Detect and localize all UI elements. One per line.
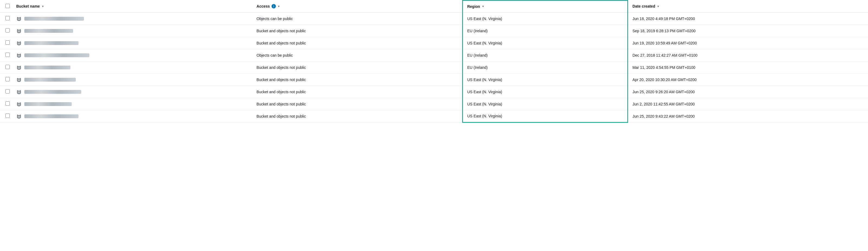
bucket-name-sort-icon[interactable]: ▼ [41,5,44,8]
bucket-name-cell [12,110,252,122]
access-info-icon[interactable]: i [272,4,276,8]
date-value: Sep 18, 2019 6:28:13 PM GMT+0200 [632,29,695,33]
select-all-checkbox[interactable] [5,4,10,8]
date-cell: Jun 25, 2020 9:26:20 AM GMT+0200 [627,86,868,98]
bucket-name-cell [12,37,252,49]
access-cell: Objects can be public [252,49,463,61]
region-value: EU (Ireland) [467,53,488,57]
row-checkbox[interactable] [5,65,10,69]
bucket-name-text [24,41,79,45]
region-cell: EU (Ireland) [462,49,627,61]
access-header[interactable]: Access i ▼ [252,1,463,12]
access-value: Bucket and objects not public [257,78,306,82]
region-cell: EU (Ireland) [462,61,627,74]
row-checkbox[interactable] [5,77,10,81]
date-value: Apr 20, 2020 10:30:20 AM GMT+0200 [632,78,696,82]
bucket-name-cell [12,25,252,37]
table-row: Bucket and objects not public US East (N… [0,74,868,86]
bucket-icon [16,40,22,46]
access-cell: Bucket and objects not public [252,86,463,98]
row-checkbox[interactable] [5,16,10,20]
region-value: EU (Ireland) [467,29,488,33]
select-all-header [0,1,12,12]
region-cell: US East (N. Virginia) [462,86,627,98]
access-cell: Bucket and objects not public [252,37,463,49]
bucket-name-text [24,65,70,69]
region-header[interactable]: Region ▼ [462,1,627,12]
region-cell: US East (N. Virginia) [462,98,627,110]
row-checkbox[interactable] [5,89,10,93]
bucket-name-text [24,53,89,57]
region-value: US East (N. Virginia) [467,90,502,94]
row-checkbox[interactable] [5,53,10,57]
bucket-name-label: Bucket name [16,4,40,8]
row-checkbox[interactable] [5,114,10,118]
row-checkbox-cell [0,25,12,37]
row-checkbox[interactable] [5,28,10,32]
region-value: US East (N. Virginia) [467,114,502,118]
bucket-name-text [24,29,73,33]
date-cell: Jun 25, 2020 9:43:22 AM GMT+0200 [627,110,868,122]
access-cell: Bucket and objects not public [252,110,463,122]
date-value: Jun 18, 2020 4:49:18 PM GMT+0200 [632,17,695,21]
bucket-name-cell [12,86,252,98]
table-row: Bucket and objects not public US East (N… [0,110,868,122]
date-value: Jun 25, 2020 9:26:20 AM GMT+0200 [632,90,695,94]
row-checkbox-cell [0,86,12,98]
bucket-icon [16,89,22,94]
access-value: Objects can be public [257,17,293,21]
bucket-name-header[interactable]: Bucket name ▼ [12,1,252,12]
access-cell: Bucket and objects not public [252,25,463,37]
bucket-name-text [24,78,76,82]
bucket-name-text [24,90,81,94]
row-checkbox[interactable] [5,101,10,106]
access-value: Bucket and objects not public [257,90,306,94]
date-created-header[interactable]: Date created ▼ [627,1,868,12]
bucket-name-cell [12,49,252,61]
table-header-row: Bucket name ▼ Access i ▼ Region ▼ [0,1,868,12]
date-cell: Apr 20, 2020 10:30:20 AM GMT+0200 [627,74,868,86]
table-row: Objects can be public EU (Ireland) Dec 2… [0,49,868,61]
access-cell: Bucket and objects not public [252,98,463,110]
region-cell: US East (N. Virginia) [462,12,627,25]
bucket-icon [16,65,22,70]
date-value: Jun 25, 2020 9:43:22 AM GMT+0200 [632,114,695,118]
access-value: Objects can be public [257,53,293,57]
row-checkbox-cell [0,74,12,86]
bucket-icon [16,114,22,119]
access-value: Bucket and objects not public [257,65,306,69]
access-cell: Bucket and objects not public [252,61,463,74]
date-cell: Sep 18, 2019 6:28:13 PM GMT+0200 [627,25,868,37]
row-checkbox-cell [0,37,12,49]
region-sort-icon[interactable]: ▼ [482,5,484,8]
date-cell: Jun 18, 2020 4:49:18 PM GMT+0200 [627,12,868,25]
table-row: Bucket and objects not public EU (Irelan… [0,61,868,74]
row-checkbox-cell [0,110,12,122]
bucket-name-cell [12,74,252,86]
row-checkbox[interactable] [5,40,10,45]
bucket-icon [16,16,22,21]
date-sort-icon[interactable]: ▼ [657,5,659,8]
table-row: Objects can be public US East (N. Virgin… [0,12,868,25]
region-cell: US East (N. Virginia) [462,110,627,122]
bucket-name-text [24,102,72,106]
bucket-icon [16,77,22,82]
date-created-label: Date created [632,4,655,8]
access-sort-icon[interactable]: ▼ [278,5,280,8]
bucket-name-cell [12,12,252,25]
region-cell: US East (N. Virginia) [462,74,627,86]
date-cell: Mar 11, 2020 4:54:55 PM GMT+0100 [627,61,868,74]
region-value: US East (N. Virginia) [467,17,502,21]
region-value: US East (N. Virginia) [467,102,502,106]
bucket-name-text [24,114,79,118]
row-checkbox-cell [0,98,12,110]
access-label: Access [257,4,270,8]
access-value: Bucket and objects not public [257,102,306,106]
table-row: Bucket and objects not public US East (N… [0,98,868,110]
s3-bucket-table: Bucket name ▼ Access i ▼ Region ▼ [0,0,868,123]
region-value: EU (Ireland) [467,65,488,69]
date-cell: Jun 2, 2020 11:42:55 AM GMT+0200 [627,98,868,110]
table-row: Bucket and objects not public US East (N… [0,86,868,98]
bucket-name-cell [12,98,252,110]
date-cell: Dec 27, 2018 11:42:27 AM GMT+0100 [627,49,868,61]
